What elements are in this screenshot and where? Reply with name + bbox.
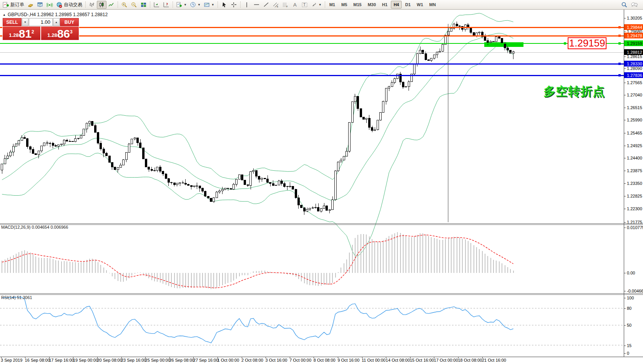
svg-text:-0.004668: -0.004668 (627, 289, 643, 293)
buy-button[interactable]: BUY (60, 18, 79, 26)
market-watch-button[interactable] (26, 1, 35, 9)
timeframe-button-d1[interactable]: D1 (402, 1, 413, 8)
chat-button[interactable] (629, 1, 640, 9)
sell-price-pip: 2 (32, 29, 34, 35)
auto-scroll-button[interactable] (152, 1, 161, 9)
timeframe-button-m15[interactable]: M15 (351, 1, 364, 8)
svg-text:1.24400: 1.24400 (627, 156, 642, 160)
new-order-icon (3, 2, 9, 8)
svg-text:100: 100 (627, 296, 634, 300)
pane-frame (0, 10, 643, 357)
search-icon (621, 2, 628, 8)
timeframe-button-m5[interactable]: M5 (339, 1, 350, 8)
svg-text:15 Oct 16:00: 15 Oct 16:00 (410, 358, 434, 362)
sell-price-small: 1.28 (9, 32, 18, 38)
svg-text:1.27565: 1.27565 (627, 80, 642, 85)
timeframe-button-mn[interactable]: MN (427, 1, 439, 8)
chart-symbol-title: ▲ GBPUSD-,H4 1.28962 1.28985 1.28657 1.2… (3, 12, 108, 17)
svg-text:1.29159: 1.29159 (627, 41, 642, 46)
svg-text:50: 50 (627, 323, 631, 327)
autotrading-icon (56, 2, 63, 8)
templates-button[interactable]: ▼ (202, 1, 216, 9)
svg-text:1.29478: 1.29478 (627, 33, 642, 38)
horizontal-line-icon (253, 2, 260, 8)
data-window-icon (37, 2, 43, 8)
macd-signal-line (2, 235, 513, 288)
svg-text:0: 0 (627, 351, 629, 356)
vertical-line-tool-button[interactable] (242, 1, 252, 9)
horizontal-line-tool-button[interactable] (252, 1, 261, 9)
dropdown-caret-icon: ▼ (184, 3, 187, 7)
svg-text:2 Oct 08:00: 2 Oct 08:00 (241, 358, 263, 362)
sell-button[interactable]: SELL (3, 18, 22, 26)
line-chart-icon (108, 2, 115, 8)
line-chart-type-button[interactable] (106, 1, 116, 9)
fibonacci-tool-button[interactable]: F (281, 1, 290, 9)
buy-price-small: 1.28 (47, 32, 57, 38)
svg-text:9 Oct 16:00: 9 Oct 16:00 (337, 358, 359, 362)
svg-text:1.28090: 1.28090 (627, 66, 642, 71)
one-click-trading-panel: SELL ▼ 1.00 ▲ BUY 1.28812 1.28863 (2, 18, 79, 40)
timeframe-button-m30[interactable]: M30 (365, 1, 379, 8)
timeframe-button-h4[interactable]: H4 (391, 1, 402, 8)
svg-text:27 Sep 16:00: 27 Sep 16:00 (193, 358, 218, 362)
buy-price-button[interactable]: 1.28863 (41, 27, 79, 40)
price-chart-canvas[interactable]: 1.302051.296801.286151.280901.275651.270… (0, 0, 643, 364)
svg-text:20 Sep 08:00: 20 Sep 08:00 (97, 358, 122, 362)
autotrading-button[interactable]: 自动交易 (55, 1, 84, 9)
svg-text:F: F (286, 5, 288, 8)
svg-text:14 Oct 08:00: 14 Oct 08:00 (386, 358, 410, 362)
volume-increment-button[interactable]: ▲ (53, 18, 60, 26)
cursor-button[interactable] (219, 1, 229, 9)
text-tool-button[interactable]: A (290, 1, 300, 9)
svg-text:1.26515: 1.26515 (627, 105, 642, 110)
zoom-in-button[interactable] (120, 1, 129, 9)
timeframe-group: M1M5M15M30H1H4D1W1MN (327, 1, 439, 8)
bar-chart-type-button[interactable] (87, 1, 97, 9)
svg-text:1.30205: 1.30205 (627, 16, 642, 20)
toolbar-separator (150, 2, 150, 8)
svg-text:15: 15 (627, 343, 631, 348)
text-label-icon: T (301, 2, 308, 8)
new-order-button[interactable]: 新订单 (1, 1, 26, 9)
trendline-tool-button[interactable] (261, 1, 271, 9)
volume-input[interactable]: 1.00 (29, 18, 53, 26)
trendline-icon (263, 2, 269, 8)
clock-icon (190, 2, 196, 8)
crosshair-icon (231, 2, 237, 8)
collapse-panel-icon[interactable]: ▲ (3, 13, 6, 17)
timeframe-button-m1[interactable]: M1 (327, 1, 338, 8)
text-label-tool-button[interactable]: T (300, 1, 309, 9)
turning-point-annotation: 多空转折点 (543, 83, 605, 100)
time-axis: 3 Sep 201916 Sep 08:0017 Sep 16:0019 Sep… (1, 357, 506, 362)
channel-tool-button[interactable]: E (271, 1, 281, 9)
toolbar-separator (240, 2, 241, 8)
chart-shift-button[interactable] (161, 1, 171, 9)
crosshair-button[interactable] (229, 1, 239, 9)
svg-text:8 Oct 08:00: 8 Oct 08:00 (314, 358, 336, 362)
level-lines (0, 26, 624, 76)
candlestick-chart-type-button[interactable] (97, 1, 106, 9)
text-icon: A (292, 2, 298, 8)
dropdown-caret-icon: ▼ (211, 3, 214, 7)
tile-windows-button[interactable] (139, 1, 148, 9)
signals-button[interactable] (45, 1, 55, 9)
svg-text:0.010775: 0.010775 (627, 225, 643, 230)
indicators-button[interactable]: ▼ (174, 1, 188, 9)
candles (1, 22, 514, 215)
zoom-out-button[interactable] (129, 1, 139, 9)
fibonacci-icon: F (282, 2, 289, 8)
svg-text:25 Sep 00:00: 25 Sep 00:00 (145, 358, 170, 362)
zoom-in-icon (121, 2, 128, 8)
timeframe-button-w1[interactable]: W1 (414, 1, 426, 8)
svg-text:1.28812: 1.28812 (627, 50, 642, 55)
volume-decrement-button[interactable]: ▼ (22, 18, 28, 26)
bar-chart-icon (89, 2, 95, 8)
timeframe-button-h1[interactable]: H1 (379, 1, 390, 8)
sell-price-button[interactable]: 1.28812 (3, 27, 40, 40)
periods-button[interactable]: ▼ (188, 1, 202, 9)
arrows-tool-button[interactable]: ▼ (309, 1, 323, 9)
dropdown-caret-icon: ▼ (319, 3, 322, 7)
data-window-button[interactable] (35, 1, 45, 9)
search-button[interactable] (620, 1, 629, 9)
